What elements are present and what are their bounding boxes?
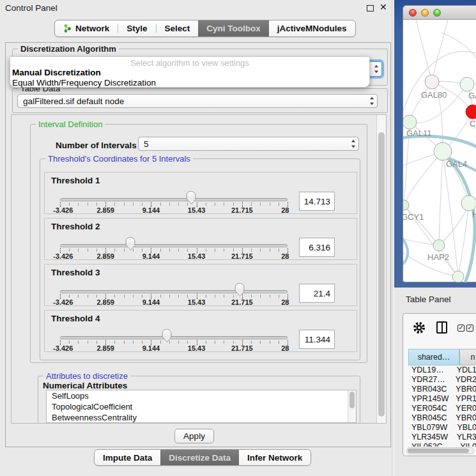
table-cell: YIL0 [456, 442, 476, 447]
table-cell: YDL19… [408, 365, 452, 375]
tab-infer-network[interactable]: Infer Network [239, 450, 311, 465]
dropdown-option-equal-width[interactable]: Equal Width/Frequency Discretization [10, 78, 369, 88]
network-node[interactable] [452, 271, 464, 282]
table-cell: YPR145W [408, 394, 451, 404]
table-row[interactable]: YBR043CYBR0 [408, 385, 476, 394]
tab-style[interactable]: Style [118, 20, 155, 36]
split-columns-icon[interactable] [436, 321, 447, 334]
tick-label: 28 [281, 252, 289, 260]
network-node[interactable] [403, 115, 417, 129]
table-row[interactable]: YER054CYER0 [408, 404, 476, 413]
minimize-button[interactable] [421, 9, 429, 17]
attribute-item[interactable]: BetweennessCentrality [47, 412, 356, 423]
dropdown-option-manual[interactable]: Manual Discretization [10, 68, 369, 78]
column-header-shared-name[interactable]: shared… [408, 349, 459, 365]
scrollbar-thumb[interactable] [408, 449, 469, 453]
tick-label: 15.43 [188, 344, 206, 352]
tick-labels: -3.4262.8599.14415.4321.71528 [60, 298, 288, 306]
tab-jactivemnodules[interactable]: jActiveMNodules [269, 20, 355, 36]
tick-label: -3.426 [53, 298, 73, 306]
checkbox-icon[interactable] [457, 325, 464, 332]
tick-label: 9.144 [142, 298, 160, 306]
network-node-label: GAL11 [406, 128, 432, 138]
close-icon[interactable]: ✕ [380, 2, 387, 12]
panel-title: Control Panel [5, 3, 58, 13]
threshold-2-slider[interactable]: -3.4262.8599.14415.4321.71528 [60, 219, 288, 261]
gear-icon[interactable] [412, 321, 426, 335]
threshold-1-value-field[interactable]: 14.713 [299, 192, 335, 211]
slider-handle[interactable] [187, 191, 196, 200]
network-node[interactable] [466, 105, 476, 119]
network-node[interactable] [433, 240, 445, 251]
attribute-item[interactable]: SelfLoops [47, 390, 356, 401]
bottom-tab-bar: Impute Data Discretize Data Infer Networ… [94, 449, 311, 466]
group-title: Interval Definition [36, 119, 105, 129]
slider-track[interactable] [60, 198, 288, 201]
slider-minor-ticks [60, 249, 288, 252]
threshold-3-value-field[interactable]: 21.4 [299, 284, 335, 303]
tick-labels: -3.4262.8599.14415.4321.71528 [60, 206, 288, 214]
table-hscrollbar[interactable] [406, 447, 474, 454]
threshold-3-slider[interactable]: -3.4262.8599.14415.4321.71528 [60, 265, 288, 307]
threshold-2-value-field[interactable]: 6.316 [299, 238, 335, 257]
tab-impute-data[interactable]: Impute Data [95, 450, 160, 465]
slider-track[interactable] [60, 244, 288, 247]
network-node-label: H [472, 210, 476, 219]
table-row[interactable]: YBR045CYBR0 [408, 413, 476, 423]
table-data-select[interactable]: galFiltered.sif default node [17, 94, 378, 108]
zoom-button[interactable] [433, 9, 441, 17]
tab-select[interactable]: Select [157, 20, 199, 36]
slider-handle[interactable] [126, 237, 135, 246]
slider-handle[interactable] [162, 329, 172, 338]
network-node[interactable] [461, 196, 476, 211]
table-cell: YBR045C [408, 413, 451, 423]
number-of-intervals-value: 5 [144, 139, 149, 149]
tab-network[interactable]: Network [55, 20, 118, 36]
node-table: YDL19…YDL1YDR27…YDR2YBR043CYBR0YPR145WYP… [408, 365, 476, 447]
network-node[interactable] [460, 77, 474, 91]
network-window-titlebar [403, 6, 476, 20]
scrollbar-thumb[interactable] [349, 392, 355, 408]
table-row[interactable]: YIL052CYIL0 [408, 442, 476, 447]
network-node[interactable] [425, 75, 439, 89]
table-row[interactable]: YPR145WYPR1 [408, 394, 476, 404]
table-cell: YPR1 [451, 394, 476, 404]
slider-track[interactable] [60, 290, 288, 293]
tab-cyni-toolbox[interactable]: Cyni Toolbox [198, 20, 269, 36]
settings-scrollbar[interactable] [376, 115, 386, 423]
scrollbar-thumb[interactable] [378, 132, 385, 417]
threshold-1-slider[interactable]: -3.4262.8599.14415.4321.71528 [60, 173, 288, 215]
table-row[interactable]: YDL19…YDL1 [408, 365, 476, 375]
table-row[interactable]: YLR345WYLR3 [408, 433, 476, 442]
tick-label: -3.426 [53, 344, 73, 352]
apply-button[interactable]: Apply [174, 429, 214, 443]
network-window[interactable]: GAL80GACGAL11GAL4HGCY1HAP2 [403, 5, 476, 282]
network-node[interactable] [403, 200, 409, 210]
list-scrollbar[interactable] [348, 390, 356, 422]
tab-label: Infer Network [247, 453, 302, 463]
combo-arrows-icon [351, 140, 355, 148]
tick-labels: -3.4262.8599.14415.4321.71528 [60, 252, 288, 260]
tick-label: 2.859 [96, 344, 114, 352]
attribute-item[interactable]: TopologicalCoefficient [47, 401, 356, 412]
close-button[interactable] [409, 9, 417, 17]
network-canvas[interactable]: GAL80GACGAL11GAL4HGCY1HAP2 [403, 20, 476, 282]
table-cell: YLR3 [452, 433, 476, 442]
number-of-intervals-select[interactable]: 5 [138, 137, 359, 151]
tick-label: 28 [281, 298, 289, 306]
tab-discretize-data[interactable]: Discretize Data [160, 450, 239, 465]
threshold-4-value-field[interactable]: 11.344 [299, 330, 335, 349]
control-panel-titlebar: Control Panel ✕ [0, 0, 394, 15]
checkbox-icon[interactable] [466, 325, 473, 332]
table-cell: YIL052C [408, 442, 456, 447]
float-window-icon[interactable] [367, 5, 374, 12]
column-header-name[interactable]: n [459, 349, 476, 365]
slider-minor-ticks [60, 341, 288, 344]
threshold-4-slider[interactable]: -3.4262.8599.14415.4321.71528 [60, 311, 288, 353]
network-node[interactable] [434, 142, 452, 160]
slider-handle[interactable] [235, 283, 245, 292]
network-node-label: GAL80 [421, 90, 447, 100]
table-row[interactable]: YBL079WYBL0 [408, 423, 476, 433]
slider-track[interactable] [60, 336, 288, 339]
table-row[interactable]: YDR27…YDR2 [408, 375, 476, 385]
